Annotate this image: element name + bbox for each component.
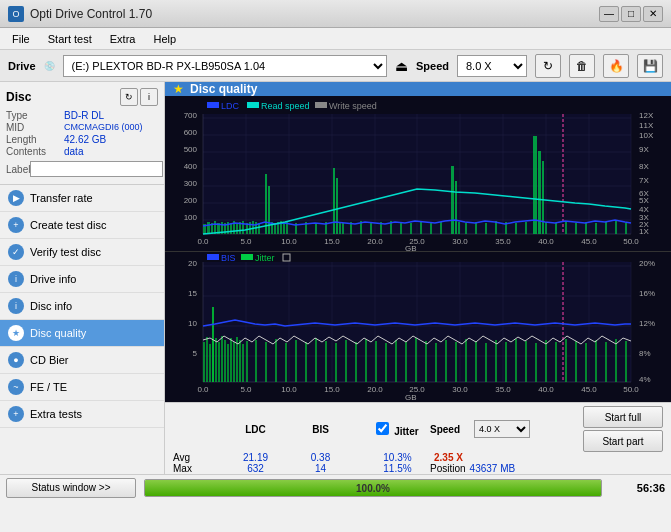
sidebar-item-drive-info[interactable]: i Drive info — [0, 266, 164, 293]
svg-text:700: 700 — [184, 111, 198, 120]
svg-rect-165 — [239, 340, 241, 382]
sidebar-item-transfer-rate[interactable]: ▶ Transfer rate — [0, 185, 164, 212]
svg-rect-191 — [475, 341, 477, 382]
extra-tests-label: Extra tests — [30, 408, 82, 420]
drive-info-icon: i — [8, 271, 24, 287]
svg-rect-68 — [342, 223, 344, 234]
svg-text:10.0: 10.0 — [281, 385, 297, 394]
svg-text:10.0: 10.0 — [281, 237, 297, 246]
disc-info-btn[interactable]: i — [140, 88, 158, 106]
close-button[interactable]: ✕ — [643, 6, 663, 22]
svg-rect-172 — [285, 343, 287, 382]
svg-rect-167 — [212, 307, 214, 382]
svg-text:5: 5 — [193, 349, 198, 358]
sidebar-item-verify-test-disc[interactable]: ✓ Verify test disc — [0, 239, 164, 266]
svg-text:Write speed: Write speed — [329, 101, 377, 111]
disc-refresh-btn[interactable]: ↻ — [120, 88, 138, 106]
disc-info-label: Disc info — [30, 300, 72, 312]
svg-text:5.0: 5.0 — [240, 237, 252, 246]
chart1-wrapper: LDC Read speed Write speed 700 600 500 4… — [165, 96, 671, 252]
refresh-btn[interactable]: ↻ — [535, 54, 561, 78]
erase-btn[interactable]: 🗑 — [569, 54, 595, 78]
stats-bar: LDC BIS Jitter Speed 4.0 X Start full St… — [165, 402, 671, 474]
drive-select[interactable]: (E:) PLEXTOR BD-R PX-LB950SA 1.04 — [63, 55, 387, 77]
svg-text:15: 15 — [188, 289, 197, 298]
svg-rect-159 — [221, 336, 223, 382]
svg-rect-88 — [542, 161, 544, 234]
minimize-button[interactable]: — — [599, 6, 619, 22]
svg-text:20.0: 20.0 — [367, 237, 383, 246]
status-window-button[interactable]: Status window >> — [6, 478, 136, 498]
label-input[interactable] — [30, 161, 163, 177]
burn-btn[interactable]: 🔥 — [603, 54, 629, 78]
svg-text:7X: 7X — [639, 176, 649, 185]
sidebar-item-cd-bier[interactable]: ● CD Bier — [0, 347, 164, 374]
svg-rect-45 — [236, 223, 238, 234]
svg-text:0.0: 0.0 — [197, 385, 209, 394]
svg-text:35.0: 35.0 — [495, 237, 511, 246]
svg-text:15.0: 15.0 — [324, 237, 340, 246]
svg-text:500: 500 — [184, 145, 198, 154]
svg-rect-47 — [242, 221, 244, 234]
menu-extra[interactable]: Extra — [102, 31, 144, 47]
svg-rect-201 — [575, 341, 577, 382]
sidebar-item-disc-quality[interactable]: ★ Disc quality — [0, 320, 164, 347]
app-icon: O — [8, 6, 24, 22]
svg-rect-166 — [242, 344, 244, 382]
svg-rect-182 — [385, 343, 387, 382]
svg-rect-38 — [214, 221, 216, 234]
app-title: Opti Drive Control 1.70 — [30, 7, 152, 21]
svg-text:40.0: 40.0 — [538, 385, 554, 394]
svg-text:16%: 16% — [639, 289, 655, 298]
verify-disc-label: Verify test disc — [30, 246, 101, 258]
svg-rect-162 — [230, 338, 232, 382]
svg-rect-157 — [215, 338, 217, 382]
svg-rect-62 — [336, 178, 338, 234]
sidebar-item-extra-tests[interactable]: + Extra tests — [0, 401, 164, 428]
svg-rect-75 — [455, 181, 457, 234]
jitter-checkbox[interactable] — [376, 422, 389, 435]
svg-text:35.0: 35.0 — [495, 385, 511, 394]
speed-select[interactable]: 8.0 X — [457, 55, 527, 77]
sidebar-item-fe-te[interactable]: ~ FE / TE — [0, 374, 164, 401]
sidebar-item-disc-info[interactable]: i Disc info — [0, 293, 164, 320]
start-part-button[interactable]: Start part — [583, 430, 663, 452]
svg-rect-195 — [515, 339, 517, 382]
chart2-svg: BIS Jitter 20 15 10 5 — [165, 252, 671, 402]
svg-rect-168 — [246, 341, 248, 382]
svg-text:12X: 12X — [639, 111, 654, 120]
svg-text:45.0: 45.0 — [581, 237, 597, 246]
svg-rect-4 — [247, 102, 259, 108]
speed-value: 2.35 X — [434, 452, 463, 463]
svg-text:30.0: 30.0 — [452, 237, 468, 246]
save-btn[interactable]: 💾 — [637, 54, 663, 78]
svg-text:5.0: 5.0 — [240, 385, 252, 394]
svg-text:40.0: 40.0 — [538, 237, 554, 246]
svg-text:1X: 1X — [639, 227, 649, 236]
transfer-rate-label: Transfer rate — [30, 192, 93, 204]
svg-rect-196 — [525, 341, 527, 382]
svg-rect-84 — [485, 223, 487, 234]
svg-rect-176 — [325, 341, 327, 382]
svg-rect-203 — [595, 340, 597, 382]
svg-rect-206 — [625, 341, 627, 382]
extra-tests-icon: + — [8, 406, 24, 422]
svg-rect-67 — [339, 222, 341, 234]
window-controls: — □ ✕ — [599, 6, 663, 22]
progress-text: 100.0% — [356, 482, 390, 493]
avg-bis: 0.38 — [288, 452, 353, 463]
svg-rect-192 — [485, 343, 487, 382]
menu-start-test[interactable]: Start test — [40, 31, 100, 47]
svg-rect-129 — [241, 254, 253, 260]
speed-select-stats[interactable]: 4.0 X — [474, 420, 530, 438]
eject-btn[interactable]: ⏏ — [395, 58, 408, 74]
menu-help[interactable]: Help — [145, 31, 184, 47]
stats-max-row: Max 632 14 11.5% Position 43637 MB — [165, 463, 671, 474]
sidebar-item-create-test-disc[interactable]: + Create test disc — [0, 212, 164, 239]
start-full-button[interactable]: Start full — [583, 406, 663, 428]
svg-rect-95 — [575, 223, 577, 234]
menu-file[interactable]: File — [4, 31, 38, 47]
svg-text:100: 100 — [184, 213, 198, 222]
maximize-button[interactable]: □ — [621, 6, 641, 22]
svg-text:GB: GB — [405, 393, 417, 402]
